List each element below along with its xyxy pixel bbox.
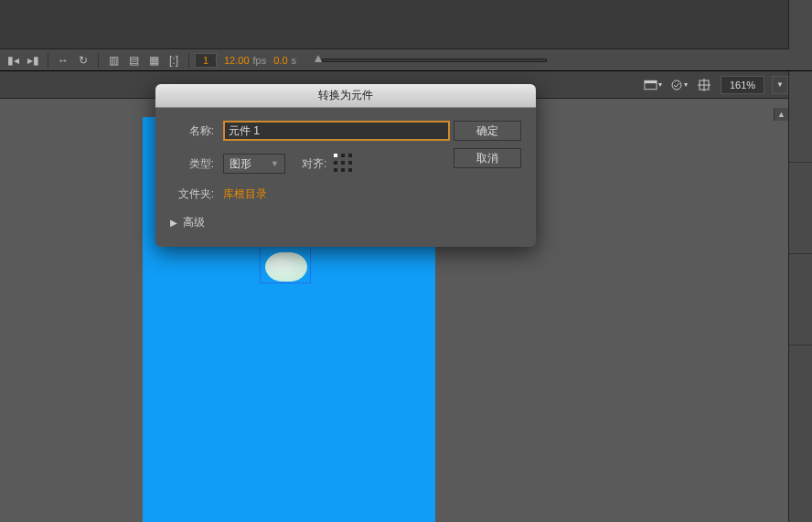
fps-unit: fps [253,55,267,66]
convert-to-symbol-dialog: 转换为元件 名称: 类型: 图形 ▼ 对齐: 文件夹: 库根目录 ▶ 高级 [155,84,536,247]
fit-screen-icon[interactable] [695,76,713,94]
advanced-label: 高级 [183,215,205,230]
timeline-toolbar: ▮◂ ▸▮ ↔ ↻ ▥ ▤ ▦ [:] 1 12.00 fps 0.0 s [0,49,812,71]
ok-button[interactable]: 确定 [454,121,521,141]
marker-icon[interactable]: [:] [165,52,183,69]
seconds-value[interactable]: 0.0 [273,55,287,66]
dialog-buttons: 确定 取消 [454,121,521,168]
go-end-icon[interactable]: ▸▮ [24,52,42,69]
seconds-unit: s [292,55,297,66]
type-dropdown[interactable]: 图形 ▼ [223,154,285,174]
divider [48,53,48,68]
zoom-input[interactable]: 161% [721,76,764,94]
chevron-down-icon: ▼ [271,159,279,168]
cancel-button[interactable]: 取消 [454,148,521,168]
loop-icon[interactable]: ↻ [74,52,92,69]
type-label: 类型: [170,156,214,172]
slider-bar [322,59,547,62]
dialog-body: 名称: 类型: 图形 ▼ 对齐: 文件夹: 库根目录 ▶ 高级 确定 [155,108,536,247]
panel-collapsed[interactable] [789,71,812,163]
onion-icon[interactable]: ▥ [104,52,123,69]
scrollbar-up-icon[interactable]: ▲ [774,108,788,121]
divider [98,53,99,68]
fps-value[interactable]: 12.00 [224,55,250,66]
folder-label: 文件夹: [170,186,214,202]
panel-collapsed[interactable] [789,163,812,254]
symbol-edit-icon[interactable]: ▾ [669,76,688,94]
panel-collapsed[interactable] [789,254,812,346]
right-top-panel [788,0,812,49]
align-label: 对齐: [302,156,326,172]
edit-multi-icon[interactable]: ▦ [144,52,163,69]
svg-point-2 [672,80,681,90]
timeline-slider[interactable] [309,56,547,65]
divider [188,53,189,68]
type-value: 图形 [230,156,251,172]
top-panel [0,0,812,49]
triangle-right-icon: ▶ [170,218,177,228]
scene-menu-icon[interactable]: ▾ [644,76,662,94]
go-start-icon[interactable]: ▮◂ [4,52,22,69]
folder-link[interactable]: 库根目录 [223,186,267,202]
advanced-toggle[interactable]: ▶ 高级 [170,215,521,230]
current-frame-input[interactable]: 1 [195,53,217,68]
registration-grid[interactable] [334,154,354,174]
name-label: 名称: [170,123,214,139]
name-input[interactable] [223,121,450,141]
selection-box [260,245,311,283]
dialog-title: 转换为元件 [155,84,536,108]
slider-caret-icon [315,55,322,62]
svg-rect-1 [645,80,657,83]
right-panel-strip [788,71,812,522]
center-frame-icon[interactable]: ↔ [54,52,72,69]
zoom-dropdown[interactable]: ▼ [772,76,788,94]
onion-outline-icon[interactable]: ▤ [124,52,143,69]
